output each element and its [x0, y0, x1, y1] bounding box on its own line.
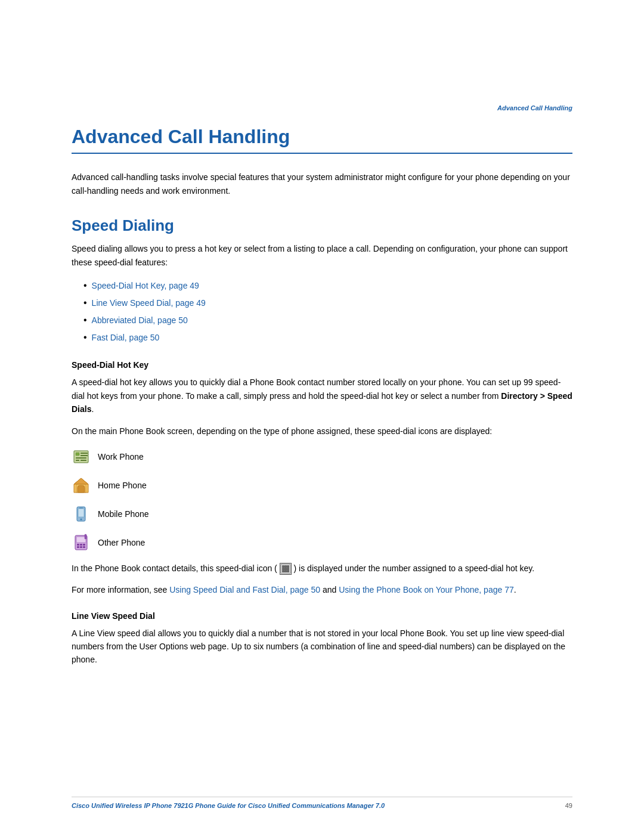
svg-rect-20: [77, 546, 79, 548]
svg-rect-4: [76, 457, 86, 459]
svg-rect-25: [282, 565, 284, 568]
mobile-phone-icon: [72, 504, 91, 524]
chapter-label: Advanced Call Handling: [497, 104, 572, 112]
inline-icon-text: In the Phone Book contact details, this …: [72, 562, 572, 575]
section-speed-dialing-intro: Speed dialing allows you to press a hot …: [72, 242, 572, 269]
more-info-text: For more information, see Using Speed Di…: [72, 583, 572, 596]
svg-rect-17: [77, 544, 79, 546]
svg-rect-14: [79, 507, 83, 508]
svg-rect-21: [80, 546, 82, 548]
line-view-speed-dial-heading: Line View Speed Dial: [72, 611, 572, 621]
other-phone-label: Other Phone: [98, 538, 145, 547]
svg-rect-30: [287, 568, 289, 570]
speed-dial-hot-key-link[interactable]: Speed-Dial Hot Key, page 49: [92, 278, 199, 293]
svg-rect-18: [80, 544, 82, 546]
list-item: Speed-Dial Hot Key, page 49: [83, 277, 572, 295]
work-phone-label: Work Phone: [98, 452, 144, 462]
work-phone-row: Work Phone: [72, 447, 572, 466]
using-phone-book-link[interactable]: Using the Phone Book on Your Phone, page…: [339, 585, 513, 594]
page-title: Advanced Call Handling: [72, 125, 572, 148]
svg-point-13: [80, 518, 82, 520]
other-phone-icon: [72, 533, 91, 552]
svg-rect-3: [80, 455, 88, 456]
list-item: Line View Speed Dial, page 49: [83, 295, 572, 312]
page-number: 49: [565, 802, 572, 809]
svg-marker-8: [74, 478, 88, 484]
mobile-phone-row: Mobile Phone: [72, 504, 572, 524]
svg-rect-22: [83, 546, 85, 548]
work-phone-icon: [72, 447, 91, 466]
speed-dial-links-list: Speed-Dial Hot Key, page 49 Line View Sp…: [72, 277, 572, 346]
line-view-speed-dial-link[interactable]: Line View Speed Dial, page 49: [92, 296, 206, 311]
svg-rect-2: [80, 453, 88, 454]
svg-rect-6: [80, 460, 86, 461]
other-phone-row: Other Phone: [72, 533, 572, 552]
phone-icons-intro: On the main Phone Book screen, depending…: [72, 425, 572, 438]
intro-text: Advanced call-handling tasks involve spe…: [72, 171, 572, 197]
footer-text: Cisco Unified Wireless IP Phone 7921G Ph…: [72, 802, 385, 809]
abbreviated-dial-link[interactable]: Abbreviated Dial, page 50: [92, 313, 188, 328]
svg-rect-29: [284, 568, 287, 570]
svg-rect-27: [287, 565, 289, 568]
svg-rect-1: [76, 453, 79, 456]
svg-rect-28: [282, 568, 284, 570]
main-content: Advanced Call Handling Advanced call-han…: [72, 125, 572, 675]
mobile-phone-label: Mobile Phone: [98, 509, 149, 519]
svg-rect-33: [287, 570, 289, 572]
home-phone-label: Home Phone: [98, 481, 147, 490]
svg-rect-5: [76, 460, 79, 461]
svg-rect-31: [282, 570, 284, 572]
speed-dial-hot-key-para1: A speed-dial hot key allows you to quick…: [72, 376, 572, 416]
list-item: Abbreviated Dial, page 50: [83, 312, 572, 329]
svg-rect-32: [284, 570, 287, 572]
svg-rect-16: [76, 537, 86, 543]
using-speed-dial-link[interactable]: Using Speed Dial and Fast Dial, page 50: [169, 585, 320, 594]
list-item: Fast Dial, page 50: [83, 329, 572, 346]
svg-rect-23: [85, 534, 86, 539]
svg-rect-26: [284, 565, 287, 568]
svg-rect-19: [83, 544, 85, 546]
speed-dial-hot-key-heading: Speed-Dial Hot Key: [72, 360, 572, 370]
title-divider: [72, 153, 572, 154]
speed-dial-inline-icon: [280, 563, 292, 575]
svg-rect-12: [78, 509, 84, 517]
page-container: Advanced Call Handling Advanced Call Han…: [0, 0, 644, 833]
line-view-speed-dial-para: A Line View speed dial allows you to qui…: [72, 627, 572, 667]
section-speed-dialing-title: Speed Dialing: [72, 216, 572, 235]
fast-dial-link[interactable]: Fast Dial, page 50: [92, 330, 160, 345]
home-phone-row: Home Phone: [72, 476, 572, 495]
home-phone-icon: [72, 476, 91, 495]
page-footer: Cisco Unified Wireless IP Phone 7921G Ph…: [72, 797, 572, 809]
